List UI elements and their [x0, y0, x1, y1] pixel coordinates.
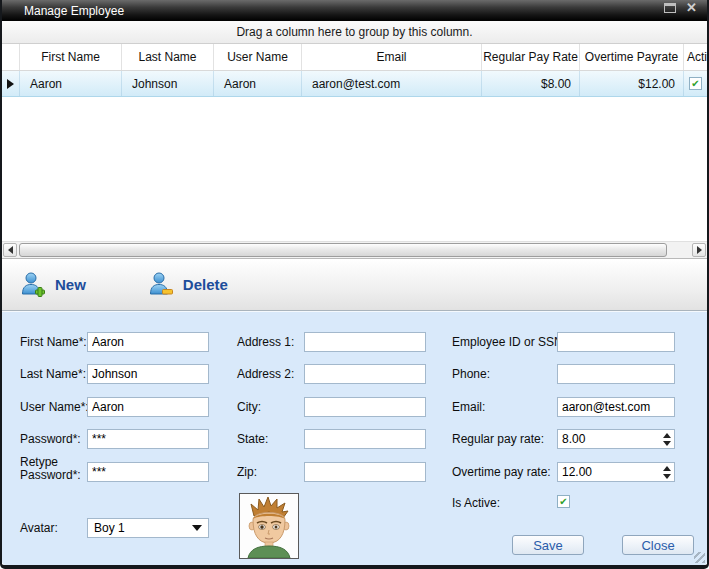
save-button[interactable]: Save	[512, 535, 584, 555]
password-label: Password*:	[20, 433, 81, 446]
address2-field[interactable]	[304, 364, 426, 384]
row-selection-indicator	[2, 71, 20, 96]
scrollbar-thumb[interactable]	[19, 243, 667, 257]
scroll-left-button[interactable]	[3, 243, 17, 257]
retype-password-label: Retype Password*:	[20, 456, 82, 482]
column-header-first-name[interactable]: First Name	[20, 44, 122, 70]
address2-label: Address 2:	[237, 368, 294, 381]
cell-email: aaron@test.com	[302, 71, 482, 96]
scroll-right-icon	[697, 246, 702, 254]
column-header-active[interactable]: Active	[684, 44, 707, 70]
user-name-label: User Name*:	[20, 401, 89, 414]
is-active-checkbox-checked[interactable]	[557, 495, 570, 508]
avatar-select-value: Boy 1	[94, 521, 125, 535]
cell-first-name: Aaron	[20, 71, 122, 96]
row-arrow-icon	[7, 79, 14, 89]
grid-empty-area	[2, 97, 707, 242]
phone-label: Phone:	[452, 368, 490, 381]
password-field[interactable]	[87, 429, 209, 449]
retype-password-field[interactable]	[87, 462, 209, 482]
column-header-email[interactable]: Email	[302, 44, 482, 70]
is-active-label: Is Active:	[452, 497, 500, 510]
window-title: Manage Employee	[24, 4, 124, 18]
overtime-pay-rate-label: Overtime pay rate:	[452, 466, 551, 479]
chevron-down-icon	[192, 525, 202, 531]
overtime-pay-rate-stepper[interactable]: 12.00	[557, 462, 675, 482]
overtime-pay-rate-value: 12.00	[558, 465, 660, 479]
new-employee-icon	[20, 271, 46, 299]
city-field[interactable]	[304, 397, 426, 417]
column-header-overtime-payrate[interactable]: Overtime Payrate	[580, 44, 684, 70]
employee-id-field[interactable]	[557, 332, 675, 352]
email-field[interactable]	[557, 397, 675, 417]
user-name-field[interactable]	[87, 397, 209, 417]
state-field[interactable]	[304, 429, 426, 449]
delete-button[interactable]: Delete	[148, 271, 228, 299]
title-bar: Manage Employee	[2, 0, 707, 21]
close-button[interactable]: Close	[622, 535, 694, 555]
avatar-select[interactable]: Boy 1	[87, 518, 209, 538]
cell-active	[684, 71, 707, 96]
new-button[interactable]: New	[20, 271, 86, 299]
address1-field[interactable]	[304, 332, 426, 352]
column-header-regular-pay-rate[interactable]: Regular Pay Rate	[482, 44, 580, 70]
address1-label: Address 1:	[237, 336, 294, 349]
last-name-field[interactable]	[87, 364, 209, 384]
cell-regular-pay-rate: $8.00	[482, 71, 580, 96]
city-label: City:	[237, 401, 261, 414]
toolbar: New Delete	[2, 259, 707, 311]
spinner-arrows-icon[interactable]	[660, 466, 674, 479]
spinner-arrows-icon[interactable]	[660, 433, 674, 446]
zip-field[interactable]	[304, 462, 426, 482]
phone-field[interactable]	[557, 364, 675, 384]
cell-overtime-payrate: $12.00	[580, 71, 684, 96]
email-label: Email:	[452, 401, 485, 414]
cell-user-name: Aaron	[214, 71, 302, 96]
group-by-bar[interactable]: Drag a column here to group by this colu…	[2, 21, 707, 44]
scroll-right-button[interactable]	[692, 243, 706, 257]
employee-form: First Name*: Last Name*: User Name*: Pas…	[2, 311, 707, 565]
delete-employee-icon	[148, 271, 174, 299]
first-name-label: First Name*:	[20, 336, 87, 349]
regular-pay-rate-label: Regular pay rate:	[452, 433, 544, 446]
employee-id-label: Employee ID or SSN:	[452, 336, 566, 349]
table-row[interactable]: Aaron Johnson Aaron aaron@test.com $8.00…	[2, 71, 707, 97]
row-indicator-header	[2, 44, 20, 70]
last-name-label: Last Name*:	[20, 368, 86, 381]
column-header-last-name[interactable]: Last Name	[122, 44, 214, 70]
cell-last-name: Johnson	[122, 71, 214, 96]
active-checkbox-checked[interactable]	[689, 77, 702, 90]
regular-pay-rate-value: 8.00	[558, 432, 660, 446]
close-button-label: Close	[641, 538, 674, 553]
new-button-label: New	[55, 276, 86, 293]
resize-grip[interactable]	[694, 552, 705, 563]
grid-header: First Name Last Name User Name Email Reg…	[2, 44, 707, 71]
zip-label: Zip:	[237, 466, 257, 479]
horizontal-scrollbar[interactable]	[2, 242, 707, 259]
group-by-hint: Drag a column here to group by this colu…	[236, 25, 472, 39]
delete-button-label: Delete	[183, 276, 228, 293]
manage-employee-window: Manage Employee Drag a column here to gr…	[0, 0, 709, 569]
avatar-image	[239, 493, 299, 559]
column-header-user-name[interactable]: User Name	[214, 44, 302, 70]
first-name-field[interactable]	[87, 332, 209, 352]
scroll-left-icon	[8, 246, 13, 254]
close-icon[interactable]	[686, 3, 697, 13]
minimize-icon[interactable]	[664, 3, 676, 13]
state-label: State:	[237, 433, 268, 446]
save-button-label: Save	[533, 538, 563, 553]
avatar-label: Avatar:	[20, 522, 58, 535]
regular-pay-rate-stepper[interactable]: 8.00	[557, 429, 675, 449]
